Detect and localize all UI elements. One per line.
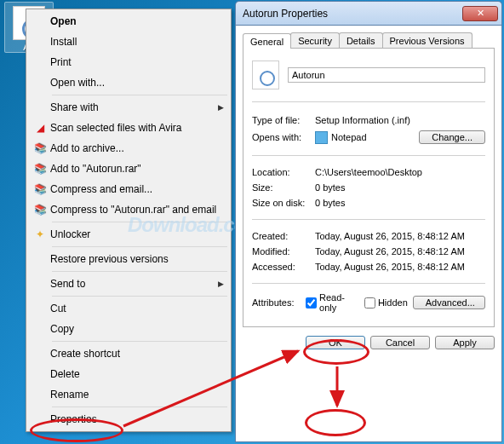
- winrar-icon: 📚: [30, 182, 50, 196]
- menu-create-shortcut[interactable]: Create shortcut: [28, 343, 229, 364]
- menu-add-autorun-rar[interactable]: 📚Add to "Autorun.rar": [28, 159, 229, 179]
- menu-rename[interactable]: Rename: [28, 384, 229, 405]
- unlocker-icon: ✦: [30, 228, 50, 241]
- menu-properties[interactable]: Properties: [28, 409, 229, 430]
- separator: [52, 407, 227, 407]
- separator: [52, 296, 227, 297]
- titlebar[interactable]: Autorun Properties ✕: [235, 1, 502, 25]
- ok-button[interactable]: OK: [306, 336, 365, 349]
- apply-button[interactable]: Apply: [435, 336, 495, 349]
- tab-strip: General Security Details Previous Versio…: [243, 32, 495, 49]
- label-size-on-disk: Size on disk:: [252, 198, 315, 208]
- label-attributes: Attributes:: [252, 297, 301, 308]
- label-type-of-file: Type of file:: [252, 115, 315, 125]
- hidden-checkbox[interactable]: Hidden: [364, 297, 408, 308]
- avira-icon: ◢: [30, 121, 50, 135]
- tab-details[interactable]: Details: [339, 32, 383, 48]
- separator: [52, 222, 227, 222]
- properties-dialog: Autorun Properties ✕ General Security De…: [235, 1, 502, 442]
- readonly-checkbox[interactable]: Read-only: [306, 292, 359, 313]
- winrar-icon: 📚: [30, 141, 50, 155]
- file-icon: [252, 61, 279, 89]
- winrar-icon: 📚: [30, 162, 50, 176]
- menu-print[interactable]: Print: [28, 52, 229, 72]
- value-created: Today, August 26, 2015, 8:48:12 AM: [315, 231, 485, 241]
- advanced-button[interactable]: Advanced...: [413, 296, 485, 309]
- separator: [52, 341, 227, 342]
- label-created: Created:: [252, 231, 315, 241]
- menu-scan-avira[interactable]: ◢Scan selected files with Avira: [28, 118, 229, 138]
- separator: [52, 271, 227, 272]
- label-size: Size:: [252, 182, 315, 193]
- label-location: Location:: [252, 167, 315, 177]
- value-type-of-file: Setup Information (.inf): [315, 115, 485, 125]
- menu-install[interactable]: Install: [28, 32, 229, 52]
- menu-cut[interactable]: Cut: [28, 298, 229, 319]
- menu-open-with[interactable]: Open with...: [28, 72, 229, 93]
- cancel-button[interactable]: Cancel: [370, 336, 430, 349]
- label-opens-with: Opens with:: [252, 132, 315, 142]
- winrar-icon: 📚: [30, 203, 50, 216]
- menu-add-archive[interactable]: 📚Add to archive...: [28, 138, 229, 159]
- submenu-arrow-icon: ▶: [218, 103, 224, 112]
- tab-security[interactable]: Security: [290, 32, 340, 48]
- value-opens-with: Notepad: [331, 132, 367, 142]
- separator: [52, 95, 227, 95]
- value-accessed: Today, August 26, 2015, 8:48:12 AM: [315, 262, 485, 272]
- notepad-icon: [315, 131, 328, 144]
- menu-restore-versions[interactable]: Restore previous versions: [28, 249, 229, 269]
- menu-compress-autorun-email[interactable]: 📚Compress to "Autorun.rar" and email: [28, 199, 229, 220]
- context-menu: Open Install Print Open with... Share wi…: [26, 9, 232, 432]
- value-size-on-disk: 0 bytes: [315, 198, 485, 208]
- dialog-title: Autorun Properties: [243, 8, 328, 20]
- label-modified: Modified:: [252, 246, 315, 257]
- tab-general[interactable]: General: [243, 33, 291, 49]
- tab-panel-general: Type of file: Setup Information (.inf) O…: [243, 49, 495, 327]
- close-icon: ✕: [477, 8, 484, 18]
- menu-copy[interactable]: Copy: [28, 319, 229, 339]
- value-modified: Today, August 26, 2015, 8:48:12 AM: [315, 246, 485, 257]
- menu-share-with[interactable]: Share with▶: [28, 97, 229, 118]
- menu-compress-email[interactable]: 📚Compress and email...: [28, 179, 229, 199]
- value-size: 0 bytes: [315, 182, 485, 193]
- filename-input[interactable]: [288, 67, 485, 83]
- change-button[interactable]: Change...: [419, 130, 485, 144]
- menu-unlocker[interactable]: ✦Unlocker: [28, 224, 229, 245]
- submenu-arrow-icon: ▶: [218, 280, 224, 288]
- menu-delete[interactable]: Delete: [28, 364, 229, 384]
- tab-previous-versions[interactable]: Previous Versions: [382, 32, 472, 48]
- close-button[interactable]: ✕: [462, 6, 498, 21]
- label-accessed: Accessed:: [252, 262, 315, 272]
- value-location: C:\Users\teemoo\Desktop: [315, 167, 485, 177]
- menu-open[interactable]: Open: [28, 11, 229, 32]
- menu-send-to[interactable]: Send to▶: [28, 274, 229, 294]
- separator: [52, 246, 227, 247]
